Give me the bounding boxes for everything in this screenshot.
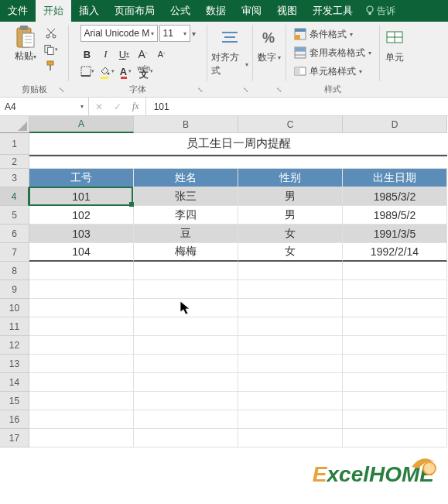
- font-decrease-button[interactable]: Aˇ: [155, 46, 169, 62]
- cell[interactable]: [29, 410, 134, 429]
- row-header[interactable]: 6: [0, 225, 29, 243]
- cell[interactable]: [343, 355, 447, 373]
- phonetic-button[interactable]: wén文▾: [138, 63, 154, 79]
- table-format-button[interactable]: 套用表格格式▾: [294, 45, 371, 60]
- enter-icon[interactable]: ✓: [114, 101, 121, 112]
- cell[interactable]: [29, 299, 134, 317]
- row-header[interactable]: 5: [0, 206, 29, 225]
- header-cell[interactable]: 性别: [238, 169, 343, 187]
- cell[interactable]: [134, 299, 238, 317]
- tab-developer[interactable]: 开发工具: [305, 0, 361, 22]
- cell[interactable]: [29, 355, 134, 373]
- row-header[interactable]: 4: [0, 187, 29, 206]
- cell[interactable]: [134, 410, 238, 429]
- col-header-c[interactable]: C: [238, 116, 343, 133]
- cut-button[interactable]: [44, 26, 58, 40]
- tab-home[interactable]: 开始: [36, 0, 71, 22]
- tell-me[interactable]: 告诉: [361, 0, 400, 22]
- cell[interactable]: [29, 373, 134, 392]
- tab-data[interactable]: 数据: [198, 0, 234, 22]
- font-name-select[interactable]: Arial Unicode M▾: [80, 25, 158, 42]
- cell[interactable]: [134, 317, 238, 336]
- underline-button[interactable]: U▾: [118, 46, 132, 62]
- cell[interactable]: 男: [238, 187, 343, 206]
- cell[interactable]: [343, 280, 447, 299]
- cell[interactable]: [343, 336, 447, 355]
- cell[interactable]: [134, 355, 238, 373]
- col-header-b[interactable]: B: [134, 116, 238, 133]
- row-header[interactable]: 13: [0, 355, 29, 373]
- align-launcher-icon[interactable]: ⤡: [243, 86, 249, 94]
- cell[interactable]: 男: [238, 206, 343, 225]
- title-cell[interactable]: 员工生日一周内提醒: [29, 133, 447, 155]
- row-header[interactable]: 11: [0, 317, 29, 336]
- row-header[interactable]: 1: [0, 133, 29, 155]
- cell[interactable]: 张三: [134, 187, 238, 206]
- cell[interactable]: [134, 392, 238, 410]
- font-increase-button[interactable]: Aˇ: [136, 46, 150, 62]
- cell[interactable]: [238, 410, 343, 429]
- cell[interactable]: 1992/2/14: [343, 243, 447, 262]
- cell[interactable]: 李四: [134, 206, 238, 225]
- fill-color-button[interactable]: ▾: [99, 63, 115, 79]
- cell[interactable]: [343, 299, 447, 317]
- row-header[interactable]: 10: [0, 299, 29, 317]
- cell[interactable]: 104: [29, 243, 134, 262]
- font-size-select[interactable]: 11▾: [159, 25, 190, 42]
- row-header[interactable]: 8: [0, 262, 29, 280]
- cell[interactable]: 103: [29, 225, 134, 243]
- row-header[interactable]: 3: [0, 169, 29, 187]
- cell[interactable]: 1985/3/2: [343, 187, 447, 206]
- cell[interactable]: [238, 392, 343, 410]
- number-launcher-icon[interactable]: ⤡: [276, 86, 282, 94]
- cell[interactable]: [238, 317, 343, 336]
- tab-pagelayout[interactable]: 页面布局: [107, 0, 162, 22]
- cell[interactable]: [238, 355, 343, 373]
- cell[interactable]: [343, 410, 447, 429]
- tab-insert[interactable]: 插入: [71, 0, 107, 22]
- cell[interactable]: [238, 262, 343, 280]
- cell[interactable]: 1989/5/2: [343, 206, 447, 225]
- cell[interactable]: [343, 262, 447, 280]
- row-header[interactable]: 12: [0, 336, 29, 355]
- cell[interactable]: [134, 262, 238, 280]
- cancel-icon[interactable]: ✕: [95, 101, 103, 112]
- cell-style-button[interactable]: 单元格样式▾: [294, 63, 362, 79]
- header-cell[interactable]: 出生日期: [343, 169, 447, 187]
- cells-button[interactable]: 单元: [382, 25, 407, 64]
- cell[interactable]: [29, 262, 134, 280]
- col-header-d[interactable]: D: [343, 116, 447, 133]
- font-grow-icon[interactable]: ▾: [192, 29, 196, 38]
- cell[interactable]: 梅梅: [134, 243, 238, 262]
- cell[interactable]: 女: [238, 243, 343, 262]
- cell[interactable]: [134, 373, 238, 392]
- paste-button[interactable]: 粘贴▾: [10, 25, 41, 63]
- cell[interactable]: [29, 392, 134, 410]
- row-header[interactable]: 14: [0, 373, 29, 392]
- cell[interactable]: 豆: [134, 225, 238, 243]
- cell[interactable]: [134, 429, 238, 447]
- cell[interactable]: [29, 429, 134, 447]
- tab-file[interactable]: 文件: [0, 0, 36, 22]
- formula-bar[interactable]: 101: [146, 98, 448, 115]
- number-button[interactable]: % 数字▾: [256, 25, 282, 64]
- bold-button[interactable]: B: [80, 46, 94, 62]
- format-painter-button[interactable]: [44, 59, 58, 73]
- row-header[interactable]: 16: [0, 410, 29, 429]
- header-cell[interactable]: 工号: [29, 169, 134, 187]
- cell[interactable]: [343, 317, 447, 336]
- tab-review[interactable]: 审阅: [234, 0, 269, 22]
- cell[interactable]: [343, 392, 447, 410]
- italic-button[interactable]: I: [99, 46, 113, 62]
- name-box[interactable]: A4▾: [0, 98, 89, 115]
- cell[interactable]: [29, 280, 134, 299]
- cell[interactable]: 1991/3/5: [343, 225, 447, 243]
- cell[interactable]: [29, 155, 447, 169]
- row-header[interactable]: 9: [0, 280, 29, 299]
- cell[interactable]: [238, 280, 343, 299]
- cell[interactable]: [343, 373, 447, 392]
- row-header[interactable]: 7: [0, 243, 29, 262]
- cell[interactable]: [238, 373, 343, 392]
- select-all-button[interactable]: [0, 116, 29, 133]
- col-header-a[interactable]: A: [29, 116, 134, 133]
